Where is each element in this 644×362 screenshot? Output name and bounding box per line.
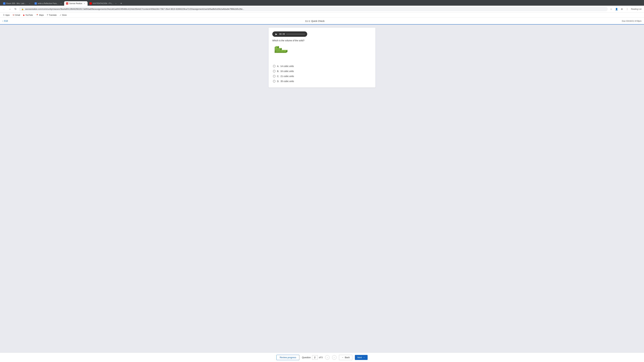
option-d-label: D. 35 cubic units (277, 80, 294, 82)
bookmark-youtube[interactable]: ▶ YouTube (22, 13, 34, 17)
bookmark-translate-label: Translate (49, 14, 57, 16)
page-title: 11-1: Quick Check (305, 20, 324, 22)
tab-label-xxx: XXXTENTACION - F*ck L... (92, 2, 114, 4)
question-of-total: of 5 (319, 356, 323, 359)
bookmark-apps-label: Apps (5, 14, 10, 16)
app-header: ‹ Exit 11-1: Quick Check Due 03/18/21 8:… (0, 17, 644, 24)
back-arrow-icon: ← (342, 356, 344, 359)
question-nav-prev-circle[interactable]: ‹ (325, 355, 330, 360)
audio-player: ▶ 00:00 (272, 31, 307, 37)
tab-room[interactable]: Room 309 - Mrs. Latch HR 5-... ✕ (1, 1, 33, 6)
bookmark-gmail[interactable]: M Gmail (12, 13, 21, 17)
nav-bar: ← → ↻ 🔒 savvasrealize.com/community/clas… (0, 6, 644, 12)
option-d[interactable]: D. 35 cubic units (272, 79, 372, 84)
tab-label-savvas: Savvas Realize (69, 2, 82, 4)
tab-close-room[interactable]: ✕ (28, 2, 31, 5)
audio-progress-bar[interactable] (286, 34, 305, 34)
tab-favicon-xxx (90, 2, 92, 4)
radio-b[interactable] (273, 70, 276, 72)
tab-close-write[interactable]: ✕ (60, 2, 62, 5)
option-b[interactable]: B. 16 cubic units (272, 69, 372, 74)
maps-icon: 📍 (36, 14, 38, 16)
question-navigation: Question of 5 (302, 355, 322, 360)
bookmark-maps-label: Maps (39, 14, 44, 16)
bookmark-gmail-label: Gmail (15, 14, 20, 16)
address-bar[interactable]: 🔒 savvasrealize.com/community/classes/3b… (19, 7, 608, 11)
cube-front (278, 49, 280, 51)
reading-list-button[interactable]: Reading List (630, 8, 642, 10)
next-arrow-icon: → (363, 356, 365, 359)
question-number-input[interactable] (312, 355, 318, 360)
menu-icon[interactable]: ⋮ (625, 7, 630, 11)
due-date: Due 03/18/21 8:59pm (622, 20, 642, 22)
tab-label-write: write a Reflective Paragraph ... (38, 2, 59, 4)
exit-label: Exit (4, 20, 8, 22)
forward-nav-button[interactable]: → (8, 7, 12, 11)
profile-icon[interactable]: 👤 (614, 7, 619, 11)
tab-bar: Room 309 - Mrs. Latch HR 5-... ✕ write a… (0, 0, 644, 6)
bookmark-apps[interactable]: ⠿ Apps (2, 13, 11, 17)
address-text: savvasrealize.com/community/classes/3ba4… (25, 8, 244, 10)
chevron-left-icon: ‹ (2, 20, 3, 22)
back-nav-button[interactable]: ← (2, 7, 6, 11)
extensions-icon[interactable]: ⚙ (620, 7, 624, 11)
option-a[interactable]: A. 14 cubic units (272, 64, 372, 69)
nav-right-area: ☆ 👤 ⚙ ⋮ Reading List (609, 7, 642, 11)
block-image (272, 44, 372, 60)
apps-icon: ⠿ (3, 14, 4, 16)
translate-icon: T (47, 14, 48, 16)
new-tab-button[interactable]: + (119, 1, 124, 6)
tab-close-xxx[interactable]: ✕ (114, 2, 117, 5)
next-button[interactable]: Next → (355, 355, 368, 360)
play-button[interactable]: ▶ (274, 32, 278, 36)
bookmarks-bar: ⠿ Apps M Gmail ▶ YouTube 📍 Maps T Transl… (0, 12, 644, 17)
bottom-navigation-bar: Review progress Question of 5 ‹ › ← Back… (0, 353, 644, 362)
review-progress-button[interactable]: Review progress (276, 355, 299, 360)
youtube-icon: ▶ (23, 14, 25, 16)
bookmarks-star-icon[interactable]: ☆ (609, 7, 613, 11)
tab-favicon-write (34, 2, 37, 4)
main-content: ▶ 00:00 Which is the volume of the solid… (0, 24, 644, 361)
done-icon: ✓ (60, 14, 61, 16)
question-nav-next-circle[interactable]: › (332, 355, 336, 360)
answer-options: A. 14 cubic units B. 16 cubic units C. 2… (272, 64, 372, 84)
bookmark-done-label: Done (62, 14, 67, 16)
tab-favicon-room (3, 2, 5, 4)
back-button[interactable]: ← Back (339, 355, 352, 360)
option-b-label: B. 16 cubic units (277, 70, 294, 72)
bookmark-done[interactable]: ✓ Done (58, 13, 68, 17)
option-c-label: C. 21 cubic units (277, 75, 294, 77)
tab-xxx[interactable]: XXXTENTACION - F*ck L... ✕ (88, 1, 119, 6)
tab-savvas[interactable]: S Savvas Realize ✕ (64, 1, 88, 6)
option-c[interactable]: C. 21 cubic units (272, 74, 372, 79)
tab-write[interactable]: write a Reflective Paragraph ... ✕ (33, 1, 64, 6)
bookmark-youtube-label: YouTube (26, 14, 33, 16)
radio-a[interactable] (273, 65, 276, 67)
option-a-label: A. 14 cubic units (277, 65, 294, 67)
exit-button[interactable]: ‹ Exit (2, 20, 8, 22)
bookmark-translate[interactable]: T Translate (46, 13, 58, 17)
question-text: Which is the volume of the solid? (272, 39, 372, 42)
gmail-icon: M (13, 14, 14, 16)
browser-chrome: Room 309 - Mrs. Latch HR 5-... ✕ write a… (0, 0, 644, 17)
radio-d[interactable] (273, 80, 276, 82)
question-label: Question (302, 356, 311, 359)
reload-button[interactable]: ↻ (13, 7, 18, 11)
radio-c[interactable] (273, 75, 276, 77)
bookmark-maps[interactable]: 📍 Maps (35, 13, 45, 17)
tab-label-room: Room 309 - Mrs. Latch HR 5-... (6, 2, 27, 4)
tab-favicon-savvas: S (66, 2, 68, 4)
audio-time: 00:00 (279, 33, 285, 35)
question-card: ▶ 00:00 Which is the volume of the solid… (268, 28, 376, 87)
tab-close-savvas[interactable]: ✕ (83, 2, 86, 5)
